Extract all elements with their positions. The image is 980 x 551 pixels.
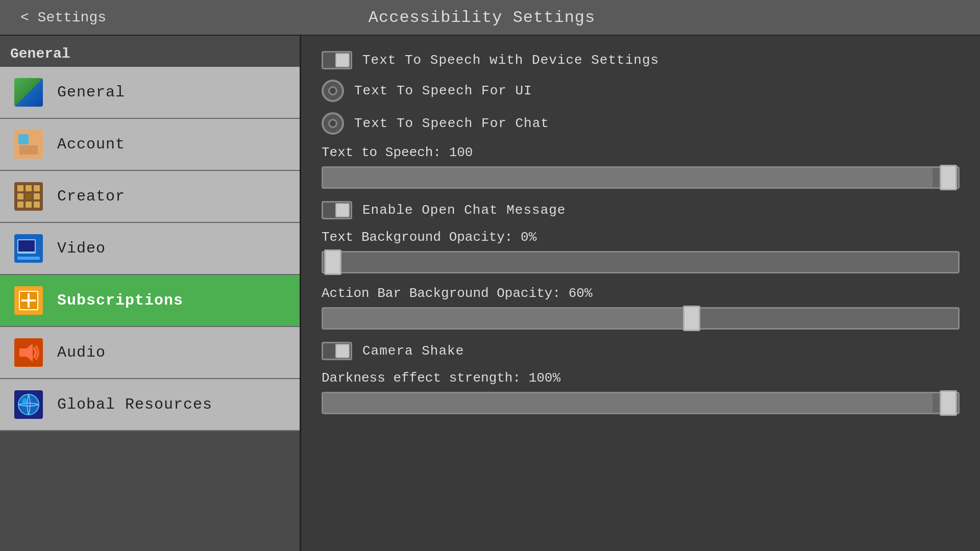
sidebar-item-global-resources-label: Global Resources: [57, 396, 212, 413]
darkness-thumb[interactable]: [940, 390, 957, 416]
svg-rect-1: [18, 134, 29, 144]
camera-shake-thumb: [335, 344, 350, 358]
main-content: General General Account: [0, 36, 980, 551]
action-bar-opacity-container: Action Bar Background Opacity: 60%: [322, 286, 960, 330]
open-chat-label: Enable Open Chat Message: [362, 203, 566, 218]
tts-volume-container: Text to Speech: 100: [322, 145, 960, 189]
svg-rect-15: [17, 257, 40, 260]
general-icon: [12, 76, 45, 109]
tts-ui-row: Text To Speech For UI: [322, 80, 960, 102]
darkness-slider[interactable]: [322, 392, 960, 414]
svg-rect-8: [26, 193, 32, 199]
creator-icon: [12, 180, 45, 213]
tts-ui-toggle-inner: [328, 86, 337, 95]
action-bar-opacity-slider[interactable]: [322, 307, 960, 330]
darkness-fill: [323, 393, 933, 413]
video-icon: [12, 232, 45, 265]
svg-rect-2: [19, 145, 38, 155]
camera-shake-row: Camera Shake: [322, 342, 960, 360]
back-button[interactable]: < Settings: [20, 10, 106, 26]
darkness-label: Darkness effect strength: 100%: [322, 370, 960, 386]
svg-rect-20: [21, 299, 36, 302]
sidebar-item-account[interactable]: Account: [0, 119, 300, 171]
text-bg-opacity-label: Text Background Opacity: 0%: [322, 230, 960, 245]
svg-point-26: [22, 398, 27, 405]
svg-rect-10: [17, 202, 23, 208]
svg-rect-11: [26, 202, 32, 208]
open-chat-thumb: [335, 203, 350, 217]
text-bg-opacity-slider[interactable]: [322, 251, 960, 273]
toggle-thumb: [335, 53, 350, 67]
svg-rect-6: [34, 185, 40, 191]
sidebar-item-subscriptions[interactable]: Subscriptions: [0, 275, 300, 327]
back-label: < Settings: [20, 10, 106, 26]
svg-rect-4: [17, 185, 23, 191]
sidebar-item-creator[interactable]: Creator: [0, 171, 300, 223]
tts-chat-row: Text To Speech For Chat: [322, 112, 960, 135]
svg-rect-12: [34, 202, 40, 208]
tts-ui-toggle[interactable]: [322, 80, 344, 102]
svg-rect-16: [18, 240, 35, 252]
tts-volume-thumb[interactable]: [940, 165, 957, 190]
tts-device-settings-row: Text To Speech with Device Settings: [322, 51, 960, 69]
tts-volume-label: Text to Speech: 100: [322, 145, 960, 160]
header: < Settings Accessibility Settings: [0, 0, 980, 36]
sidebar: General General Account: [0, 36, 301, 551]
svg-rect-7: [17, 193, 23, 199]
sidebar-item-general-label: General: [57, 84, 125, 101]
subscriptions-icon: [12, 284, 45, 317]
tts-volume-slider[interactable]: [322, 166, 960, 189]
action-bar-opacity-label: Action Bar Background Opacity: 60%: [322, 286, 960, 301]
global-icon: [12, 388, 45, 421]
right-panel: Text To Speech with Device Settings Text…: [301, 36, 980, 551]
action-bar-opacity-fill: [323, 309, 692, 328]
sidebar-item-account-label: Account: [57, 136, 125, 153]
tts-volume-fill: [323, 168, 933, 187]
tts-chat-label: Text To Speech For Chat: [354, 116, 549, 131]
sidebar-item-video-label: Video: [57, 240, 106, 257]
svg-rect-9: [34, 193, 40, 199]
account-icon: [12, 128, 45, 161]
action-bar-opacity-thumb[interactable]: [683, 306, 700, 331]
tts-device-settings-toggle[interactable]: [322, 51, 352, 69]
sidebar-section-label: General: [0, 36, 300, 67]
camera-shake-toggle[interactable]: [322, 342, 352, 360]
sidebar-item-creator-label: Creator: [57, 188, 125, 205]
sidebar-item-video[interactable]: Video: [0, 223, 300, 275]
sidebar-item-general[interactable]: General: [0, 67, 300, 119]
audio-icon: [12, 336, 45, 369]
text-bg-opacity-container: Text Background Opacity: 0%: [322, 230, 960, 273]
page-title: Accessibility Settings: [369, 8, 595, 27]
text-bg-opacity-thumb[interactable]: [324, 249, 341, 275]
tts-chat-toggle-inner: [328, 119, 337, 128]
tts-ui-label: Text To Speech For UI: [354, 83, 532, 98]
open-chat-track: [322, 201, 352, 219]
open-chat-row: Enable Open Chat Message: [322, 201, 960, 219]
sidebar-item-subscriptions-label: Subscriptions: [57, 292, 183, 309]
sidebar-item-global-resources[interactable]: Global Resources: [0, 379, 300, 431]
tts-device-settings-label: Text To Speech with Device Settings: [362, 53, 659, 68]
toggle-track: [322, 51, 352, 69]
sidebar-item-audio[interactable]: Audio: [0, 327, 300, 379]
camera-shake-track: [322, 342, 352, 360]
darkness-container: Darkness effect strength: 100%: [322, 370, 960, 414]
camera-shake-label: Camera Shake: [362, 343, 464, 359]
sidebar-item-audio-label: Audio: [57, 344, 106, 361]
open-chat-toggle[interactable]: [322, 201, 352, 219]
svg-rect-5: [26, 185, 32, 191]
tts-chat-toggle[interactable]: [322, 112, 344, 135]
